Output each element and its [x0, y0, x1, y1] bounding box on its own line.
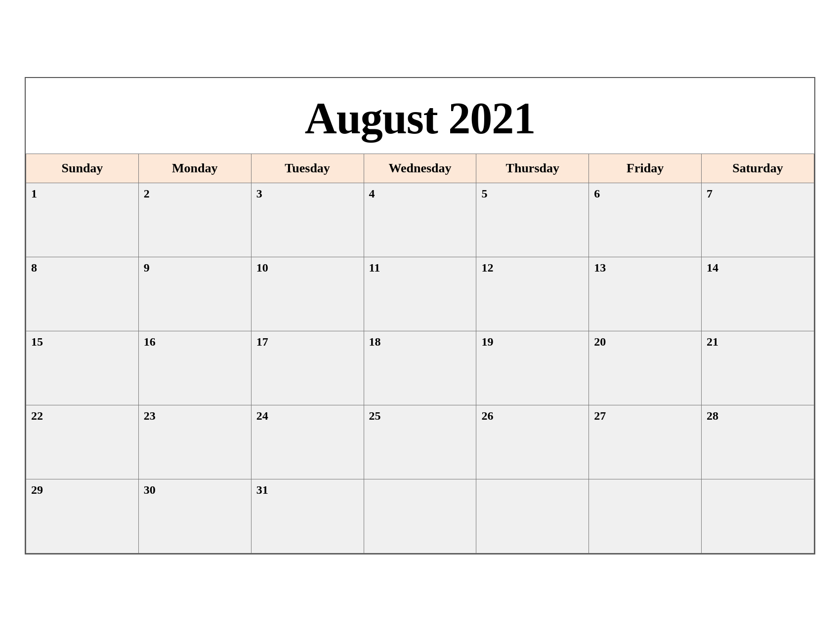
- day-cell: 5: [476, 183, 589, 257]
- day-number: 1: [31, 187, 37, 200]
- day-cell: 10: [251, 257, 364, 331]
- day-cell: [364, 479, 476, 553]
- week-row-4: 22232425262728: [26, 405, 814, 479]
- day-cell: 30: [138, 479, 251, 553]
- day-number: 4: [369, 187, 375, 200]
- day-number: 2: [144, 187, 150, 200]
- day-cell: 12: [476, 257, 589, 331]
- day-number: 16: [144, 335, 156, 348]
- day-number: 11: [369, 261, 380, 274]
- day-cell: 19: [476, 331, 589, 405]
- day-cell: 7: [702, 183, 814, 257]
- header-thursday: Thursday: [476, 154, 589, 183]
- day-cell: 4: [364, 183, 476, 257]
- day-cell: 16: [138, 331, 251, 405]
- day-number: 19: [481, 335, 493, 348]
- header-tuesday: Tuesday: [251, 154, 364, 183]
- day-number: 13: [594, 261, 606, 274]
- day-number: 26: [481, 409, 493, 422]
- day-cell: 3: [251, 183, 364, 257]
- day-number: 8: [31, 261, 37, 274]
- header-wednesday: Wednesday: [364, 154, 476, 183]
- day-number: 5: [481, 187, 487, 200]
- day-cell: 26: [476, 405, 589, 479]
- day-number: 21: [707, 335, 718, 348]
- day-number: 18: [369, 335, 381, 348]
- calendar-grid: Sunday Monday Tuesday Wednesday Thursday…: [26, 154, 814, 553]
- header-row: Sunday Monday Tuesday Wednesday Thursday…: [26, 154, 814, 183]
- day-number: 12: [481, 261, 493, 274]
- day-cell: [702, 479, 814, 553]
- day-cell: 18: [364, 331, 476, 405]
- day-cell: 31: [251, 479, 364, 553]
- day-cell: 6: [589, 183, 702, 257]
- day-number: 6: [594, 187, 600, 200]
- day-cell: 17: [251, 331, 364, 405]
- header-monday: Monday: [138, 154, 251, 183]
- day-cell: 28: [702, 405, 814, 479]
- week-row-3: 15161718192021: [26, 331, 814, 405]
- day-cell: 29: [26, 479, 139, 553]
- day-cell: 8: [26, 257, 139, 331]
- day-cell: 1: [26, 183, 139, 257]
- day-number: 3: [256, 187, 262, 200]
- day-cell: [476, 479, 589, 553]
- day-cell: 15: [26, 331, 139, 405]
- day-number: 20: [594, 335, 606, 348]
- day-number: 23: [144, 409, 156, 422]
- day-cell: 21: [702, 331, 814, 405]
- day-cell: 22: [26, 405, 139, 479]
- day-number: 7: [707, 187, 713, 200]
- day-cell: 14: [702, 257, 814, 331]
- day-number: 10: [256, 261, 268, 274]
- day-cell: 20: [589, 331, 702, 405]
- header-saturday: Saturday: [702, 154, 814, 183]
- calendar-container: August 2021 Sunday Monday Tuesday Wednes…: [25, 77, 815, 554]
- week-row-5: 293031: [26, 479, 814, 553]
- day-number: 30: [144, 483, 156, 496]
- week-row-1: 1234567: [26, 183, 814, 257]
- header-friday: Friday: [589, 154, 702, 183]
- day-number: 28: [707, 409, 718, 422]
- day-cell: 2: [138, 183, 251, 257]
- day-number: 9: [144, 261, 150, 274]
- day-number: 15: [31, 335, 43, 348]
- day-cell: 9: [138, 257, 251, 331]
- day-number: 14: [707, 261, 718, 274]
- day-cell: 24: [251, 405, 364, 479]
- header-sunday: Sunday: [26, 154, 139, 183]
- day-number: 25: [369, 409, 381, 422]
- calendar-title: August 2021: [26, 78, 814, 154]
- day-cell: [589, 479, 702, 553]
- day-number: 22: [31, 409, 43, 422]
- week-row-2: 891011121314: [26, 257, 814, 331]
- day-cell: 25: [364, 405, 476, 479]
- day-number: 24: [256, 409, 268, 422]
- day-cell: 23: [138, 405, 251, 479]
- day-cell: 13: [589, 257, 702, 331]
- day-cell: 27: [589, 405, 702, 479]
- day-number: 31: [256, 483, 268, 496]
- day-number: 27: [594, 409, 606, 422]
- day-number: 29: [31, 483, 43, 496]
- day-number: 17: [256, 335, 268, 348]
- day-cell: 11: [364, 257, 476, 331]
